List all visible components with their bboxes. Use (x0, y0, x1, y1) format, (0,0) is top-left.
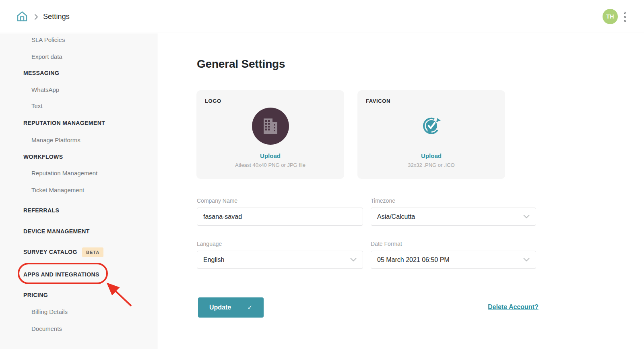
language-label: Language (197, 241, 363, 247)
favicon-upload-card: FAVICON Upload 32x32 .PNG or .ICO (357, 90, 505, 179)
favicon-card-title: FAVICON (366, 98, 497, 104)
building-icon (261, 117, 280, 135)
delete-account-link[interactable]: Delete Account? (488, 303, 539, 311)
avatar[interactable]: TH (603, 9, 618, 24)
sidebar-item-referrals[interactable]: REFERRALS (23, 206, 59, 215)
sidebar-item-device-management[interactable]: DEVICE MANAGEMENT (23, 227, 90, 236)
favicon-image (422, 116, 441, 136)
check-icon: ✓ (247, 304, 252, 311)
sidebar-item-manage-platforms[interactable]: Manage Platforms (31, 136, 80, 145)
date-format-value: 05 March 2021 06:50 PM (377, 256, 450, 264)
date-format-field: Date Format 05 March 2021 06:50 PM (371, 241, 536, 269)
logo-upload-button[interactable]: Upload (205, 152, 336, 159)
page-title: General Settings (197, 58, 285, 71)
sidebar-item-ticket-management[interactable]: Ticket Management (31, 186, 84, 195)
logo-card-title: LOGO (205, 98, 336, 104)
date-format-select[interactable]: 05 March 2021 06:50 PM (371, 251, 536, 269)
language-value: English (203, 256, 224, 264)
sidebar-item-text[interactable]: Text (31, 102, 43, 110)
sidebar-item-sla-policies[interactable]: SLA Policies (31, 35, 65, 44)
sidebar-item-documents[interactable]: Documents (31, 324, 62, 333)
general-settings-panel: General Settings LOGO (158, 33, 644, 349)
favicon-upload-hint: 32x32 .PNG or .ICO (366, 162, 497, 168)
chevron-down-icon (350, 258, 357, 262)
settings-sidebar: SLA Policies Export data MESSAGING Whats… (0, 33, 157, 349)
timezone-select[interactable]: Asia/Calcutta (371, 208, 536, 226)
sidebar-item-export-data[interactable]: Export data (31, 52, 62, 61)
sidebar-item-workflows[interactable]: WORKFLOWS (23, 152, 63, 161)
kebab-menu-icon[interactable] (622, 12, 627, 22)
company-logo-image (252, 108, 289, 145)
top-header: Settings TH (0, 0, 644, 33)
update-button[interactable]: Update ✓ (198, 297, 264, 318)
breadcrumb-chevron-icon (34, 14, 39, 22)
company-name-field: Company Name (197, 197, 363, 226)
update-button-label: Update (209, 304, 231, 311)
sidebar-item-survey-catalog[interactable]: SURVEY CATALOG (23, 247, 77, 256)
favicon-upload-button[interactable]: Upload (366, 152, 497, 159)
date-format-label: Date Format (371, 241, 536, 247)
sidebar-item-whatsapp[interactable]: WhatsApp (31, 85, 59, 94)
language-select[interactable]: English (197, 251, 363, 269)
home-icon[interactable] (16, 10, 28, 23)
sidebar-item-reputation-management-sub[interactable]: Reputation Management (31, 169, 97, 178)
timezone-value: Asia/Calcutta (377, 213, 415, 220)
company-name-input[interactable] (197, 208, 363, 226)
company-name-label: Company Name (197, 197, 363, 204)
chevron-down-icon (523, 215, 530, 218)
timezone-field: Timezone Asia/Calcutta (371, 197, 536, 226)
sidebar-item-billing-details[interactable]: Billing Details (31, 307, 68, 316)
sidebar-item-reputation-management[interactable]: REPUTATION MANAGEMENT (23, 118, 105, 127)
sidebar-item-apps-and-integrations[interactable]: APPS AND INTEGRATIONS (23, 270, 99, 279)
breadcrumb-settings[interactable]: Settings (43, 12, 70, 21)
sidebar-item-pricing[interactable]: PRICING (23, 291, 48, 299)
timezone-label: Timezone (371, 197, 536, 204)
logo-upload-hint: Atleast 40x40 PNG or JPG file (205, 162, 336, 168)
chevron-down-icon (523, 258, 530, 262)
beta-badge: BETA (82, 247, 103, 257)
sidebar-item-messaging[interactable]: MESSAGING (23, 69, 59, 77)
annotation-arrow (103, 279, 137, 310)
language-field: Language English (197, 241, 363, 269)
logo-upload-card: LOGO (196, 90, 344, 179)
